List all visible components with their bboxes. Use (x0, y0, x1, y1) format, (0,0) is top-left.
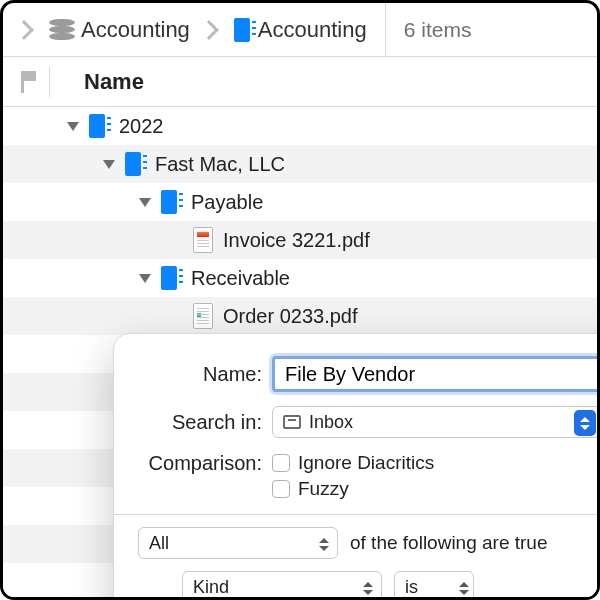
select-stepper-icon[interactable] (363, 578, 373, 598)
name-label: Name: (132, 363, 272, 386)
disclosure-down-icon[interactable] (103, 160, 115, 169)
rule-name-input[interactable] (272, 356, 600, 392)
tree-label: Order 0233.pdf (223, 305, 358, 328)
item-count: 6 items (385, 3, 490, 57)
breadcrumb-database[interactable]: Accounting (81, 17, 190, 43)
search-in-label: Search in: (132, 411, 272, 434)
disclosure-down-icon[interactable] (139, 274, 151, 283)
tree-row-invoice[interactable]: Invoice 3221.pdf (3, 221, 597, 259)
tree-row-receivable[interactable]: Receivable (3, 259, 597, 297)
ignore-diacritics-checkbox[interactable] (272, 454, 290, 472)
group-icon (161, 190, 183, 214)
search-in-value: Inbox (309, 412, 353, 433)
path-toolbar: Accounting Accounting 6 items (3, 3, 597, 57)
tree-row-order[interactable]: Order 0233.pdf (3, 297, 597, 335)
smart-rule-panel: Name: Search in: Inbox E Comparison: Ign… (113, 333, 600, 600)
inbox-icon (283, 415, 301, 429)
comparison-label: Comparison: (132, 452, 272, 475)
breadcrumb-group[interactable]: Accounting (258, 17, 367, 43)
rule-is-value: is (405, 577, 418, 598)
flag-column-icon[interactable] (17, 69, 39, 95)
tree-label: Receivable (191, 267, 290, 290)
search-in-select[interactable]: Inbox (272, 406, 600, 438)
rule-kind-value: Kind (193, 577, 229, 598)
rule-following-text: of the following are true (350, 532, 548, 554)
pdf-invoice-icon (193, 227, 213, 253)
tree-label: 2022 (119, 115, 164, 138)
chevron-right-icon[interactable] (14, 20, 34, 40)
tree-row-year[interactable]: 2022 (3, 107, 597, 145)
ignore-diacritics-label: Ignore Diacritics (298, 452, 434, 474)
column-header-row: Name (3, 57, 597, 107)
disclosure-down-icon[interactable] (139, 198, 151, 207)
panel-divider (114, 514, 600, 515)
tree-row-company[interactable]: Fast Mac, LLC (3, 145, 597, 183)
disclosure-down-icon[interactable] (67, 122, 79, 131)
column-separator (49, 67, 50, 97)
select-stepper-icon[interactable] (319, 534, 329, 554)
tree-label: Invoice 3221.pdf (223, 229, 370, 252)
group-icon (161, 266, 183, 290)
group-icon[interactable] (234, 18, 256, 42)
group-icon (89, 114, 111, 138)
select-stepper-icon[interactable] (459, 578, 469, 598)
tree-row-payable[interactable]: Payable (3, 183, 597, 221)
rule-all-select[interactable]: All (138, 527, 338, 559)
rule-all-value: All (149, 533, 169, 554)
fuzzy-label: Fuzzy (298, 478, 349, 500)
rule-kind-select[interactable]: Kind (182, 571, 382, 600)
rule-is-select[interactable]: is (394, 571, 474, 600)
select-stepper-icon[interactable] (574, 410, 596, 436)
database-stack-icon[interactable] (49, 19, 75, 41)
tree-label: Payable (191, 191, 263, 214)
chevron-right-icon (199, 20, 219, 40)
column-header-name[interactable]: Name (84, 69, 144, 95)
tree-label: Fast Mac, LLC (155, 153, 285, 176)
fuzzy-checkbox[interactable] (272, 480, 290, 498)
pdf-order-icon (193, 303, 213, 329)
group-icon (125, 152, 147, 176)
